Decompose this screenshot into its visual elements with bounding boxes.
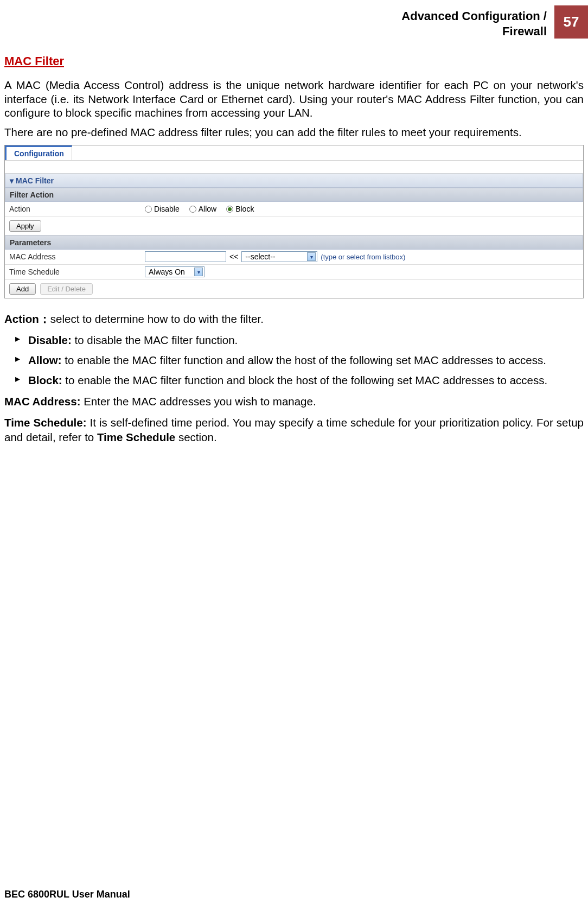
tab-row: Configuration <box>5 145 583 161</box>
mac-select-value: --select-- <box>245 252 275 261</box>
row-filter-action-header: Filter Action <box>5 188 583 202</box>
action-label: Action <box>9 205 145 213</box>
def-mac-address: MAC Address: Enter the MAC addresses you… <box>4 394 584 409</box>
row-mac-address: MAC Address << --select-- ▾ (type or sel… <box>5 250 583 265</box>
row-time-schedule: Time Schedule Always On ▾ <box>5 265 583 280</box>
chevron-down-icon: ▾ <box>307 252 316 261</box>
row-action: Action Disable Allow Block <box>5 202 583 217</box>
time-schedule-select[interactable]: Always On ▾ <box>145 266 204 277</box>
def-mac-text: Enter the MAC addresses you wish to mana… <box>80 395 316 408</box>
section-mac-filter-label: MAC Filter <box>16 176 54 185</box>
radio-block-label: Block <box>235 205 254 213</box>
bullet-allow: Allow: to enable the MAC filter function… <box>4 353 584 367</box>
page-header: Advanced Configuration / Firewall 57 <box>401 5 588 39</box>
section-mac-filter: ▾MAC Filter <box>5 174 583 188</box>
def-action-text: select to determine how to do with the f… <box>50 313 264 325</box>
def-mac-term: MAC Address: <box>4 395 80 408</box>
bullet-block: Block: to enable the MAC filter function… <box>4 373 584 387</box>
radio-icon <box>226 206 233 213</box>
breadcrumb: Advanced Configuration / Firewall <box>401 5 554 39</box>
mac-address-input[interactable] <box>145 251 226 262</box>
radio-disable[interactable]: Disable <box>145 205 180 213</box>
mac-arrow-text: << <box>229 252 238 261</box>
def-time-term: Time Schedule: <box>4 416 86 429</box>
tab-configuration[interactable]: Configuration <box>5 145 72 160</box>
def-time-bold-ref: Time Schedule <box>97 431 175 443</box>
time-schedule-label: Time Schedule <box>9 268 145 276</box>
breadcrumb-line1: Advanced Configuration / <box>401 9 547 24</box>
breadcrumb-line2: Firewall <box>401 24 547 39</box>
bullet-term: Disable: <box>28 334 72 346</box>
def-time-text-after: section. <box>175 431 216 443</box>
footer: BEC 6800RUL User Manual <box>4 889 130 900</box>
def-action-term: Action： <box>4 313 50 325</box>
section-title: MAC Filter <box>4 54 584 68</box>
radio-allow[interactable]: Allow <box>189 205 216 213</box>
bullet-list: Disable: to disable the MAC filter funct… <box>4 333 584 387</box>
section-parameters: Parameters <box>5 236 583 250</box>
apply-button[interactable]: Apply <box>9 220 41 232</box>
intro-paragraph-2: There are no pre-defined MAC address fil… <box>4 125 584 139</box>
radio-disable-label: Disable <box>154 205 180 213</box>
config-screenshot: Configuration ▾MAC Filter Filter Action … <box>4 145 584 298</box>
time-schedule-value: Always On <box>149 268 185 276</box>
radio-allow-label: Allow <box>199 205 216 213</box>
bullet-text: to enable the MAC filter function and bl… <box>62 374 548 386</box>
page-number: 57 <box>554 5 588 39</box>
mac-address-label: MAC Address <box>9 252 145 261</box>
bullet-term: Allow: <box>28 354 62 366</box>
def-time-text-before: It is self-defined time period. You may … <box>4 416 584 443</box>
chevron-down-icon: ▾ <box>194 268 203 276</box>
mac-select[interactable]: --select-- ▾ <box>241 251 317 262</box>
radio-icon <box>145 206 152 213</box>
bullet-disable: Disable: to disable the MAC filter funct… <box>4 333 584 347</box>
edit-delete-button: Edit / Delete <box>40 283 93 295</box>
bullet-text: to disable the MAC filter function. <box>72 334 238 346</box>
bullet-term: Block: <box>28 374 62 386</box>
radio-icon <box>189 206 196 213</box>
bullet-text: to enable the MAC filter function and al… <box>62 354 546 366</box>
intro-paragraph-1: A MAC (Media Access Control) address is … <box>4 78 584 120</box>
collapse-arrow-icon[interactable]: ▾ <box>10 176 14 185</box>
def-time-schedule: Time Schedule: It is self-defined time p… <box>4 415 584 444</box>
add-button[interactable]: Add <box>9 283 36 295</box>
mac-hint: (type or select from listbox) <box>321 253 405 261</box>
def-action: Action：select to determine how to do wit… <box>4 311 584 326</box>
radio-block[interactable]: Block <box>226 205 254 213</box>
